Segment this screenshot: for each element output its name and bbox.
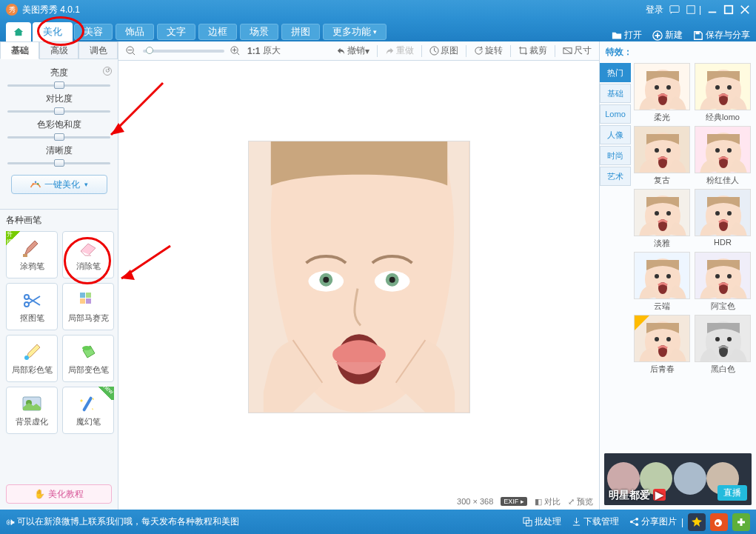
effect-item[interactable]: HDR [695, 189, 751, 249]
brush-mosaic[interactable]: 局部马赛克 [62, 283, 114, 330]
tab-text[interactable]: 文字 [157, 24, 195, 40]
effect-item[interactable]: 云端 [634, 252, 690, 312]
tab-ornament[interactable]: 饰品 [116, 24, 154, 40]
open-button[interactable]: 打开 [612, 29, 642, 41]
svg-rect-1 [687, 6, 695, 14]
exif-button[interactable]: EXIF ▸ [501, 497, 527, 506]
effect-item[interactable]: 粉红佳人 [695, 126, 751, 186]
effect-label: 柔光 [634, 112, 690, 123]
original-button[interactable]: 原图 [429, 44, 458, 57]
rotate-button[interactable]: 旋转 [474, 44, 503, 57]
tab-collage[interactable]: 拼图 [281, 24, 320, 40]
svg-point-40 [715, 85, 720, 90]
minimize-button[interactable] [707, 4, 717, 16]
effect-item[interactable]: 复古 [634, 126, 690, 186]
effect-thumb [634, 315, 690, 362]
login-link[interactable]: 登录 [646, 4, 663, 16]
brush-cutout[interactable]: 抠图笔 [6, 283, 58, 330]
svg-point-70 [715, 274, 720, 278]
svg-rect-14 [80, 298, 85, 304]
batch-button[interactable]: 批处理 [523, 515, 561, 528]
effect-item[interactable]: 阿宝色 [695, 252, 751, 312]
brightness-slider[interactable] [7, 81, 110, 90]
effect-item[interactable]: 后青春 [634, 315, 690, 375]
promo-banner[interactable]: 明星都爱 ▶ 直播 [604, 453, 752, 505]
undo-button[interactable]: 撤销 ▾ [336, 44, 369, 57]
contrast-slider[interactable] [7, 107, 110, 116]
fxcat-art[interactable]: 艺术 [600, 167, 631, 186]
weibo-icon[interactable] [710, 513, 728, 531]
add-share-icon[interactable] [732, 513, 750, 531]
effect-thumb [695, 126, 751, 173]
subtab-tone[interactable]: 调色 [78, 41, 118, 59]
effect-label: 后青春 [634, 364, 690, 375]
effect-item[interactable]: 淡雅 [634, 189, 690, 249]
maximize-button[interactable] [723, 4, 734, 16]
sharpness-slider[interactable] [7, 158, 110, 167]
brush-magic[interactable]: new魔幻笔 [62, 387, 114, 434]
effect-thumb [695, 189, 751, 236]
effect-item[interactable]: 经典lomo [695, 63, 751, 123]
svg-point-31 [389, 277, 395, 283]
svg-point-75 [655, 337, 659, 341]
crop-button[interactable]: 裁剪 [518, 44, 547, 57]
saturation-slider[interactable] [7, 133, 110, 141]
brush-color[interactable]: 局部彩色笔 [6, 335, 58, 382]
svg-point-60 [715, 211, 720, 216]
skin-icon[interactable] [686, 4, 696, 16]
zoom-out-button[interactable] [126, 46, 137, 56]
fxcat-hot[interactable]: 热门 [600, 63, 631, 82]
new-button[interactable]: 新建 [652, 29, 683, 41]
tab-more[interactable]: 更多功能 [323, 24, 387, 40]
save-share-button[interactable]: 保存与分享 [693, 29, 750, 41]
download-mgr-button[interactable]: 下载管理 [572, 515, 619, 528]
brush-eraser[interactable]: 消除笔 [62, 231, 114, 278]
sound-icon[interactable]: 🕪 [6, 517, 15, 527]
svg-point-66 [666, 274, 671, 278]
fxcat-lomo[interactable]: Lomo [600, 104, 631, 124]
share-image-button[interactable]: 分享图片 [629, 515, 677, 528]
fxcat-basic[interactable]: 基础 [600, 84, 631, 103]
effect-thumb [634, 252, 690, 299]
svg-rect-9 [23, 254, 27, 257]
tutorial-button[interactable]: ✋ 美化教程 [6, 484, 112, 504]
onekey-beautify-button[interactable]: 一键美化 [11, 175, 107, 194]
zoom-ratio[interactable]: 1:1 原大 [247, 44, 281, 57]
canvas[interactable] [118, 61, 599, 493]
tab-face[interactable]: 美容 [74, 24, 113, 40]
brush-recolor[interactable]: 局部变色笔 [62, 335, 114, 382]
tab-frame[interactable]: 边框 [198, 24, 237, 40]
effect-item[interactable]: 柔光 [634, 63, 690, 123]
zoom-in-button[interactable] [230, 46, 241, 56]
effect-label: 粉红佳人 [695, 175, 751, 186]
app-title: 美图秀秀 4.0.1 [22, 4, 80, 16]
close-button[interactable] [740, 4, 750, 16]
subtab-basic[interactable]: 基础 [0, 41, 39, 59]
qzone-icon[interactable] [688, 513, 706, 531]
zoom-slider[interactable] [143, 50, 224, 53]
compare-button[interactable]: ◧ 对比 [535, 496, 561, 507]
brightness-label: 亮度 [50, 67, 68, 79]
svg-point-36 [666, 85, 671, 90]
svg-point-61 [727, 211, 732, 216]
upgrade-badge-icon: 升级 [6, 231, 21, 246]
new-badge-icon: new [95, 387, 114, 400]
photo [248, 141, 470, 413]
status-line: 300 × 368 EXIF ▸ ◧ 对比 ⤢ 预览 [118, 493, 599, 510]
svg-point-51 [727, 148, 732, 153]
feedback-icon[interactable] [669, 4, 680, 16]
left-panel: 基础 高级 调色 亮度↺ 对比度 色彩饱和度 清晰度 一键美化 各种画笔 升级涂… [0, 41, 118, 510]
tab-scene[interactable]: 场景 [240, 24, 278, 40]
preview-button[interactable]: ⤢ 预览 [568, 496, 593, 507]
effect-item[interactable]: 黑白色 [695, 315, 751, 375]
size-button[interactable]: 尺寸 [563, 44, 592, 57]
fxcat-fashion[interactable]: 时尚 [600, 146, 631, 165]
reset-icon[interactable]: ↺ [103, 67, 112, 76]
brush-blur[interactable]: 背景虚化 [6, 387, 58, 434]
brush-doodle[interactable]: 升级涂鸦笔 [6, 231, 58, 278]
redo-button[interactable]: 重做 [385, 44, 414, 57]
subtab-advanced[interactable]: 高级 [39, 41, 78, 59]
home-tab[interactable] [6, 22, 31, 41]
fxcat-portrait[interactable]: 人像 [600, 125, 631, 144]
tab-beautify[interactable]: 美化 [33, 22, 73, 41]
